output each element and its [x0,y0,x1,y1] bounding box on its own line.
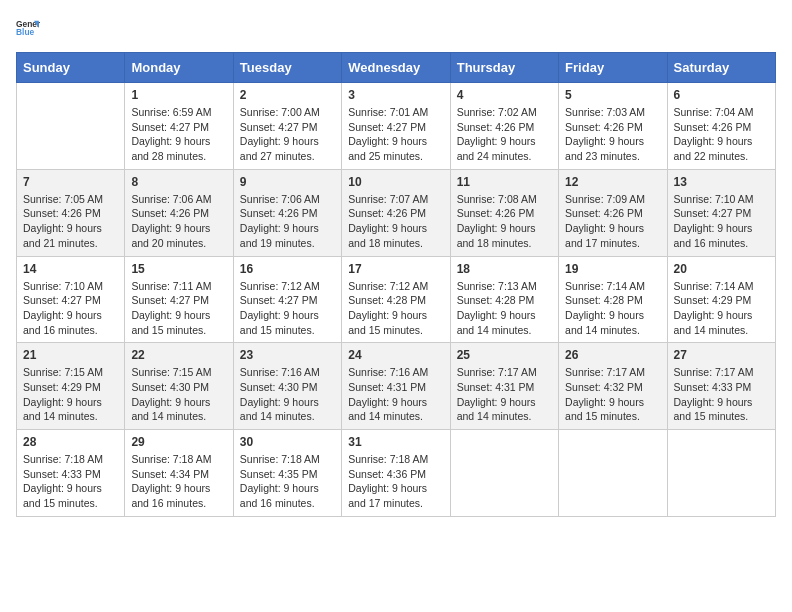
day-number: 9 [240,175,335,189]
day-info: Sunrise: 7:06 AMSunset: 4:26 PMDaylight:… [131,192,226,251]
day-info: Sunrise: 7:00 AMSunset: 4:27 PMDaylight:… [240,105,335,164]
calendar-cell: 21Sunrise: 7:15 AMSunset: 4:29 PMDayligh… [17,343,125,430]
day-info: Sunrise: 7:15 AMSunset: 4:29 PMDaylight:… [23,365,118,424]
week-row-4: 21Sunrise: 7:15 AMSunset: 4:29 PMDayligh… [17,343,776,430]
day-info: Sunrise: 7:18 AMSunset: 4:35 PMDaylight:… [240,452,335,511]
day-number: 7 [23,175,118,189]
calendar-cell: 8Sunrise: 7:06 AMSunset: 4:26 PMDaylight… [125,169,233,256]
logo: General Blue [16,16,44,40]
day-number: 8 [131,175,226,189]
day-info: Sunrise: 7:18 AMSunset: 4:33 PMDaylight:… [23,452,118,511]
calendar-cell: 10Sunrise: 7:07 AMSunset: 4:26 PMDayligh… [342,169,450,256]
calendar-cell: 26Sunrise: 7:17 AMSunset: 4:32 PMDayligh… [559,343,667,430]
day-info: Sunrise: 7:18 AMSunset: 4:36 PMDaylight:… [348,452,443,511]
dow-header-sunday: Sunday [17,53,125,83]
day-number: 24 [348,348,443,362]
calendar-cell [450,430,558,517]
dow-header-thursday: Thursday [450,53,558,83]
day-of-week-row: SundayMondayTuesdayWednesdayThursdayFrid… [17,53,776,83]
calendar-cell: 1Sunrise: 6:59 AMSunset: 4:27 PMDaylight… [125,83,233,170]
day-info: Sunrise: 6:59 AMSunset: 4:27 PMDaylight:… [131,105,226,164]
day-info: Sunrise: 7:15 AMSunset: 4:30 PMDaylight:… [131,365,226,424]
day-info: Sunrise: 7:14 AMSunset: 4:28 PMDaylight:… [565,279,660,338]
calendar-cell [667,430,775,517]
calendar-cell: 2Sunrise: 7:00 AMSunset: 4:27 PMDaylight… [233,83,341,170]
dow-header-wednesday: Wednesday [342,53,450,83]
day-number: 1 [131,88,226,102]
week-row-1: 1Sunrise: 6:59 AMSunset: 4:27 PMDaylight… [17,83,776,170]
day-info: Sunrise: 7:02 AMSunset: 4:26 PMDaylight:… [457,105,552,164]
header: General Blue [16,16,776,40]
calendar-cell: 14Sunrise: 7:10 AMSunset: 4:27 PMDayligh… [17,256,125,343]
calendar-cell: 17Sunrise: 7:12 AMSunset: 4:28 PMDayligh… [342,256,450,343]
calendar-cell: 24Sunrise: 7:16 AMSunset: 4:31 PMDayligh… [342,343,450,430]
day-info: Sunrise: 7:10 AMSunset: 4:27 PMDaylight:… [23,279,118,338]
day-number: 19 [565,262,660,276]
day-number: 12 [565,175,660,189]
day-info: Sunrise: 7:12 AMSunset: 4:28 PMDaylight:… [348,279,443,338]
day-number: 4 [457,88,552,102]
calendar-cell [17,83,125,170]
day-info: Sunrise: 7:18 AMSunset: 4:34 PMDaylight:… [131,452,226,511]
calendar-cell: 7Sunrise: 7:05 AMSunset: 4:26 PMDaylight… [17,169,125,256]
calendar-cell: 20Sunrise: 7:14 AMSunset: 4:29 PMDayligh… [667,256,775,343]
day-info: Sunrise: 7:17 AMSunset: 4:32 PMDaylight:… [565,365,660,424]
day-number: 6 [674,88,769,102]
calendar-cell [559,430,667,517]
day-number: 21 [23,348,118,362]
dow-header-tuesday: Tuesday [233,53,341,83]
week-row-3: 14Sunrise: 7:10 AMSunset: 4:27 PMDayligh… [17,256,776,343]
day-info: Sunrise: 7:17 AMSunset: 4:33 PMDaylight:… [674,365,769,424]
day-info: Sunrise: 7:07 AMSunset: 4:26 PMDaylight:… [348,192,443,251]
day-number: 2 [240,88,335,102]
dow-header-saturday: Saturday [667,53,775,83]
day-info: Sunrise: 7:17 AMSunset: 4:31 PMDaylight:… [457,365,552,424]
calendar: SundayMondayTuesdayWednesdayThursdayFrid… [16,52,776,517]
day-number: 31 [348,435,443,449]
day-info: Sunrise: 7:12 AMSunset: 4:27 PMDaylight:… [240,279,335,338]
day-number: 20 [674,262,769,276]
calendar-cell: 27Sunrise: 7:17 AMSunset: 4:33 PMDayligh… [667,343,775,430]
calendar-cell: 5Sunrise: 7:03 AMSunset: 4:26 PMDaylight… [559,83,667,170]
calendar-cell: 22Sunrise: 7:15 AMSunset: 4:30 PMDayligh… [125,343,233,430]
day-number: 25 [457,348,552,362]
calendar-cell: 12Sunrise: 7:09 AMSunset: 4:26 PMDayligh… [559,169,667,256]
calendar-cell: 11Sunrise: 7:08 AMSunset: 4:26 PMDayligh… [450,169,558,256]
day-number: 14 [23,262,118,276]
day-info: Sunrise: 7:13 AMSunset: 4:28 PMDaylight:… [457,279,552,338]
calendar-cell: 9Sunrise: 7:06 AMSunset: 4:26 PMDaylight… [233,169,341,256]
calendar-cell: 18Sunrise: 7:13 AMSunset: 4:28 PMDayligh… [450,256,558,343]
day-number: 27 [674,348,769,362]
day-number: 17 [348,262,443,276]
day-number: 11 [457,175,552,189]
dow-header-friday: Friday [559,53,667,83]
day-info: Sunrise: 7:06 AMSunset: 4:26 PMDaylight:… [240,192,335,251]
day-info: Sunrise: 7:11 AMSunset: 4:27 PMDaylight:… [131,279,226,338]
calendar-cell: 31Sunrise: 7:18 AMSunset: 4:36 PMDayligh… [342,430,450,517]
day-number: 18 [457,262,552,276]
day-number: 15 [131,262,226,276]
day-info: Sunrise: 7:03 AMSunset: 4:26 PMDaylight:… [565,105,660,164]
day-number: 16 [240,262,335,276]
week-row-5: 28Sunrise: 7:18 AMSunset: 4:33 PMDayligh… [17,430,776,517]
day-number: 13 [674,175,769,189]
calendar-cell: 23Sunrise: 7:16 AMSunset: 4:30 PMDayligh… [233,343,341,430]
day-info: Sunrise: 7:16 AMSunset: 4:31 PMDaylight:… [348,365,443,424]
week-row-2: 7Sunrise: 7:05 AMSunset: 4:26 PMDaylight… [17,169,776,256]
day-info: Sunrise: 7:05 AMSunset: 4:26 PMDaylight:… [23,192,118,251]
dow-header-monday: Monday [125,53,233,83]
calendar-cell: 25Sunrise: 7:17 AMSunset: 4:31 PMDayligh… [450,343,558,430]
svg-text:Blue: Blue [16,27,35,37]
day-info: Sunrise: 7:10 AMSunset: 4:27 PMDaylight:… [674,192,769,251]
day-number: 22 [131,348,226,362]
calendar-cell: 6Sunrise: 7:04 AMSunset: 4:26 PMDaylight… [667,83,775,170]
calendar-cell: 13Sunrise: 7:10 AMSunset: 4:27 PMDayligh… [667,169,775,256]
calendar-cell: 16Sunrise: 7:12 AMSunset: 4:27 PMDayligh… [233,256,341,343]
calendar-cell: 4Sunrise: 7:02 AMSunset: 4:26 PMDaylight… [450,83,558,170]
day-number: 30 [240,435,335,449]
day-info: Sunrise: 7:08 AMSunset: 4:26 PMDaylight:… [457,192,552,251]
day-info: Sunrise: 7:16 AMSunset: 4:30 PMDaylight:… [240,365,335,424]
day-info: Sunrise: 7:14 AMSunset: 4:29 PMDaylight:… [674,279,769,338]
day-info: Sunrise: 7:09 AMSunset: 4:26 PMDaylight:… [565,192,660,251]
day-info: Sunrise: 7:04 AMSunset: 4:26 PMDaylight:… [674,105,769,164]
